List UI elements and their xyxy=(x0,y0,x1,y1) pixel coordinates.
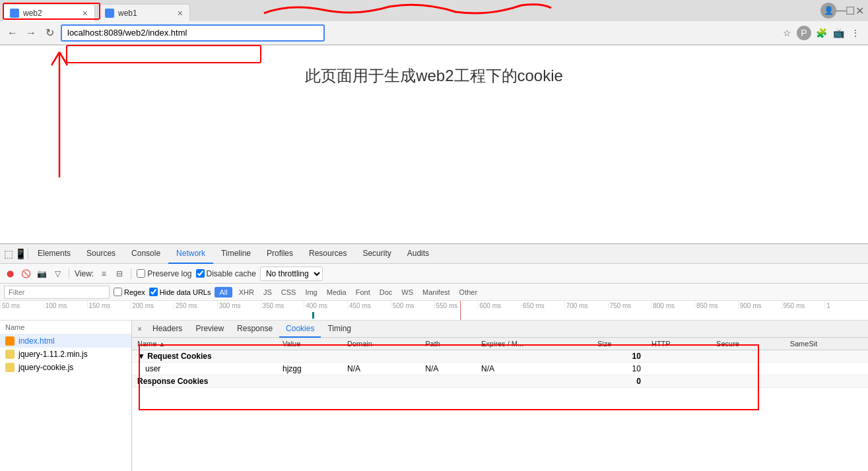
col-value[interactable]: Value xyxy=(277,338,342,350)
tab-console[interactable]: Console xyxy=(123,244,168,264)
preserve-log-input[interactable] xyxy=(137,269,145,278)
filter-img[interactable]: Img xyxy=(302,288,319,296)
tick-100ms: 100 ms xyxy=(44,301,87,309)
tab-elements[interactable]: Elements xyxy=(30,244,79,264)
filter-css[interactable]: CSS xyxy=(279,288,299,296)
throttling-select[interactable]: No throttling Fast 3G Slow 3G xyxy=(260,267,323,281)
tab-profiles[interactable]: Profiles xyxy=(259,244,301,264)
tab-favicon-web2 xyxy=(10,9,19,18)
view-group-button[interactable]: ⊟ xyxy=(114,268,125,280)
user-cookie-size: 10 xyxy=(592,363,646,375)
tab-resources[interactable]: Resources xyxy=(301,244,354,264)
filter-funnel-button[interactable]: ▽ xyxy=(51,268,63,280)
user-cookie-row[interactable]: user hjzgg N/A N/A N/A 10 xyxy=(132,363,868,375)
filter-ws[interactable]: WS xyxy=(399,288,416,296)
preserve-log-checkbox[interactable]: Preserve log xyxy=(137,269,191,278)
devtools-device-button[interactable]: 📱 xyxy=(15,248,26,260)
tab-web1[interactable]: web1 × xyxy=(98,4,190,21)
toolbar-sep-2 xyxy=(131,268,131,279)
response-cookies-size: 0 xyxy=(592,375,646,388)
capture-screenshot-button[interactable]: 📷 xyxy=(36,268,48,280)
svg-line-1 xyxy=(51,52,59,65)
cast-button[interactable]: 📺 xyxy=(831,26,846,40)
tick-650ms: 650 ms xyxy=(521,301,564,309)
menu-button[interactable]: ⋮ xyxy=(848,26,863,40)
devtools-inspect-button[interactable]: ⬚ xyxy=(3,248,15,260)
back-button[interactable]: ← xyxy=(5,26,20,40)
profile-button[interactable]: P xyxy=(797,26,811,40)
tab-timeline[interactable]: Timeline xyxy=(213,244,259,264)
red-arrow-annotation xyxy=(20,46,73,197)
tick-500ms: 500 ms xyxy=(391,301,434,309)
sidebar-header: Name xyxy=(0,321,131,334)
filter-js[interactable]: JS xyxy=(261,288,275,296)
js-icon-jquery-cookie xyxy=(5,363,15,372)
regex-input[interactable] xyxy=(114,288,122,296)
filter-font[interactable]: Font xyxy=(353,288,373,296)
timeline-ruler: 50 ms 100 ms 150 ms 200 ms 250 ms 300 ms… xyxy=(0,301,868,321)
tab-security[interactable]: Security xyxy=(354,244,399,264)
col-secure[interactable]: Secure xyxy=(711,338,785,350)
extensions-button[interactable]: 🧩 xyxy=(814,26,828,40)
tab-network[interactable]: Network xyxy=(168,244,213,264)
user-cookie-value: hjzgg xyxy=(277,363,342,375)
forward-button[interactable]: → xyxy=(24,26,38,40)
tick-300ms: 300 ms xyxy=(217,301,261,309)
sub-tab-response[interactable]: Response xyxy=(230,321,279,338)
reload-button[interactable]: ↻ xyxy=(42,26,57,40)
disable-cache-label: Disable cache xyxy=(207,269,256,278)
filter-input[interactable] xyxy=(4,286,110,299)
sub-tab-close[interactable]: × xyxy=(137,325,142,334)
close-button[interactable]: ✕ xyxy=(855,6,864,15)
tick-200ms: 200 ms xyxy=(130,301,174,309)
filter-doc[interactable]: Doc xyxy=(377,288,395,296)
filter-manifest[interactable]: Manifest xyxy=(420,288,453,296)
sidebar-item-jquery-min[interactable]: jquery-1.11.2.min.js xyxy=(0,348,131,361)
devtools-toolbar: ⬤ 🚫 📷 ▽ View: ≡ ⊟ Preserve log Disable c… xyxy=(0,264,868,284)
tab-audits[interactable]: Audits xyxy=(399,244,437,264)
col-expires[interactable]: Expires / M... xyxy=(476,338,592,350)
filter-xhr[interactable]: XHR xyxy=(236,288,257,296)
disable-cache-checkbox[interactable]: Disable cache xyxy=(196,269,256,278)
hide-data-urls-checkbox[interactable]: Hide data URLs xyxy=(149,288,211,296)
sidebar-item-index-html[interactable]: index.html xyxy=(0,334,131,348)
minimize-button[interactable]: — xyxy=(836,6,846,15)
filter-other[interactable]: Other xyxy=(457,288,481,296)
sub-tab-cookies[interactable]: Cookies xyxy=(279,321,321,338)
col-size[interactable]: Size xyxy=(592,338,646,350)
sub-tab-preview[interactable]: Preview xyxy=(189,321,230,338)
col-samesite[interactable]: SameSit xyxy=(785,338,868,350)
sub-tab-timing[interactable]: Timing xyxy=(321,321,358,338)
tick-600ms: 600 ms xyxy=(477,301,521,309)
record-button[interactable]: ⬤ xyxy=(4,268,16,280)
filter-media[interactable]: Media xyxy=(324,288,349,296)
maximize-button[interactable]: ☐ xyxy=(846,6,855,15)
col-name[interactable]: Name ▲ xyxy=(132,338,277,350)
tick-800ms: 800 ms xyxy=(651,301,694,309)
address-input[interactable] xyxy=(61,24,325,42)
col-domain[interactable]: Domain xyxy=(342,338,420,350)
devtools-main-panel: × Headers Preview Response Cookies Timin… xyxy=(132,321,868,471)
request-cookies-group-row: ▼ Request Cookies 10 xyxy=(132,350,868,363)
bookmark-button[interactable]: ☆ xyxy=(780,26,794,40)
col-http[interactable]: HTTP xyxy=(646,338,711,350)
user-cookie-name: user xyxy=(132,363,277,375)
toolbar-sep-1 xyxy=(69,268,69,279)
sidebar-item-jquery-cookie[interactable]: jquery-cookie.js xyxy=(0,361,131,374)
filter-all-button[interactable]: All xyxy=(215,287,232,298)
view-list-button[interactable]: ≡ xyxy=(98,268,110,280)
tab-close-web1[interactable]: × xyxy=(178,8,183,18)
col-path[interactable]: Path xyxy=(420,338,476,350)
profile-icon[interactable]: 👤 xyxy=(820,3,836,18)
clear-button[interactable]: 🚫 xyxy=(20,268,32,280)
request-cookies-path-empty xyxy=(420,350,476,363)
tab-web2[interactable]: web2 × xyxy=(3,4,95,21)
disable-cache-input[interactable] xyxy=(196,269,205,278)
response-cookies-expires-empty xyxy=(476,375,592,388)
sub-tab-headers[interactable]: Headers xyxy=(146,321,189,338)
regex-checkbox[interactable]: Regex xyxy=(114,288,145,296)
tab-sources[interactable]: Sources xyxy=(79,244,123,264)
tick-450ms: 450 ms xyxy=(347,301,391,309)
hide-data-urls-input[interactable] xyxy=(149,288,158,296)
tab-close-web2[interactable]: × xyxy=(83,8,88,18)
